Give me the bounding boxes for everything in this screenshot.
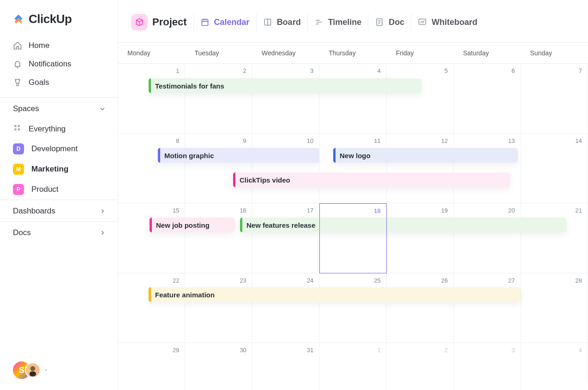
svg-point-1 (18, 125, 19, 127)
view-project[interactable]: Project (129, 10, 193, 34)
event-label: ClickTips video (240, 176, 290, 184)
calendar-cell[interactable]: 8 (118, 134, 185, 204)
calendar-cell[interactable]: 1 (118, 64, 185, 134)
svg-rect-5 (30, 372, 36, 377)
day-number: 2 (444, 347, 448, 354)
event-features[interactable]: New features release (240, 218, 567, 232)
view-whiteboard[interactable]: Whiteboard (411, 14, 484, 31)
calendar-icon (200, 18, 210, 27)
calendar-cell[interactable]: 13 (454, 134, 521, 204)
calendar-cell[interactable]: 2 (185, 64, 252, 134)
event-clicktips[interactable]: ClickTips video (233, 172, 510, 187)
nav-notifications-label: Notifications (29, 59, 72, 69)
event-featureanim[interactable]: Feature animation (149, 287, 521, 302)
day-number: 9 (243, 137, 246, 144)
event-label: Feature animation (155, 291, 215, 299)
svg-point-2 (15, 129, 16, 130)
nav-goals[interactable]: Goals (0, 73, 118, 92)
calendar-cell[interactable]: 19 (387, 203, 454, 273)
day-number: 15 (173, 207, 179, 214)
space-everything-label: Everything (29, 124, 66, 134)
calendar-cell[interactable]: 24 (252, 273, 319, 343)
calendar-cell[interactable]: 18 (319, 203, 386, 273)
doc-icon (375, 18, 384, 27)
nav-goals-label: Goals (29, 78, 49, 87)
view-doc[interactable]: Doc (368, 14, 411, 31)
main: Project Calendar Board Timeline Doc Whit… (118, 0, 588, 390)
event-label: Motion graphic (164, 152, 214, 160)
calendar-cell[interactable]: 25 (319, 273, 386, 343)
day-head: Monday (118, 43, 185, 63)
view-timeline-label: Timeline (328, 18, 362, 27)
calendar-cell[interactable]: 22 (118, 273, 185, 343)
calendar-cell[interactable]: 3 (252, 64, 319, 134)
day-number: 8 (176, 137, 179, 144)
view-doc-label: Doc (389, 18, 404, 27)
view-project-label: Project (152, 16, 187, 28)
event-motion[interactable]: Motion graphic (158, 148, 319, 163)
calendar-cell[interactable]: 2 (387, 343, 454, 390)
calendar-cell[interactable]: 1 (319, 343, 386, 390)
event-label: Testimonials for fans (155, 82, 224, 90)
space-product[interactable]: P Product (0, 179, 118, 200)
calendar-cell[interactable]: 6 (454, 64, 521, 134)
nav-home[interactable]: Home (0, 36, 118, 55)
space-marketing[interactable]: M Marketing (0, 159, 118, 179)
calendar-cell[interactable]: 29 (118, 343, 185, 390)
view-board[interactable]: Board (256, 14, 307, 31)
event-newlogo[interactable]: New logo (333, 148, 518, 163)
day-number: 22 (173, 277, 179, 284)
section-dashboards[interactable]: Dashboards (0, 200, 118, 221)
chevron-down-icon (98, 105, 107, 113)
view-timeline[interactable]: Timeline (307, 14, 368, 31)
event-testimonials[interactable]: Testimonials for fans (149, 78, 422, 93)
day-number: 31 (307, 347, 313, 354)
day-number: 5 (444, 67, 448, 74)
section-spaces[interactable]: Spaces (0, 97, 118, 119)
calendar-cell[interactable]: 23 (185, 273, 252, 343)
calendar-cell[interactable]: 31 (252, 343, 319, 390)
calendar-cell[interactable]: 15 (118, 203, 185, 273)
calendar-cell[interactable]: 4 (319, 64, 386, 134)
day-number: 2 (243, 67, 246, 74)
day-head: Wednesday (252, 43, 319, 63)
event-jobposting[interactable]: New job posting (150, 218, 235, 232)
view-whiteboard-label: Whiteboard (432, 18, 477, 27)
calendar-cell[interactable]: 3 (454, 343, 521, 390)
calendar-cell[interactable]: 4 (521, 343, 588, 390)
calendar-cell[interactable]: 21 (521, 203, 588, 273)
view-calendar[interactable]: Calendar (193, 14, 256, 31)
nav-notifications[interactable]: Notifications (0, 55, 118, 73)
calendar-cell[interactable]: 20 (454, 203, 521, 273)
section-docs[interactable]: Docs (0, 221, 118, 243)
calendar-cell[interactable]: 9 (185, 134, 252, 204)
calendar-cell[interactable]: 10 (252, 134, 319, 204)
day-number: 27 (508, 277, 515, 284)
user-avatars[interactable]: S (12, 360, 49, 380)
day-number: 23 (240, 277, 246, 284)
day-number: 13 (508, 137, 515, 144)
nav-primary: Home Notifications Goals (0, 35, 118, 94)
calendar-cell[interactable]: 27 (454, 273, 521, 343)
day-number: 21 (576, 207, 582, 214)
calendar-cell[interactable]: 14 (521, 134, 588, 204)
day-number: 4 (579, 347, 582, 354)
calendar-cell[interactable]: 30 (185, 343, 252, 390)
logo[interactable]: ClickUp (0, 0, 118, 35)
calendar-cell[interactable]: 26 (387, 273, 454, 343)
calendar-cell[interactable]: 12 (387, 134, 454, 204)
section-spaces-label: Spaces (13, 104, 39, 113)
calendar-cell[interactable]: 28 (521, 273, 588, 343)
space-development[interactable]: D Development (0, 139, 118, 159)
whiteboard-icon (418, 18, 427, 27)
calendar-cell[interactable]: 17 (252, 203, 319, 273)
calendar-cell[interactable]: 16 (185, 203, 252, 273)
space-mkt-label: Marketing (31, 165, 68, 174)
event-label: New logo (340, 152, 371, 160)
space-everything[interactable]: Everything (0, 119, 118, 139)
trophy-icon (13, 78, 22, 87)
calendar-cell[interactable]: 5 (387, 64, 454, 134)
calendar-cell[interactable]: 11 (319, 134, 386, 204)
calendar-cell[interactable]: 7 (521, 64, 588, 134)
space-dev-label: Development (31, 144, 78, 154)
